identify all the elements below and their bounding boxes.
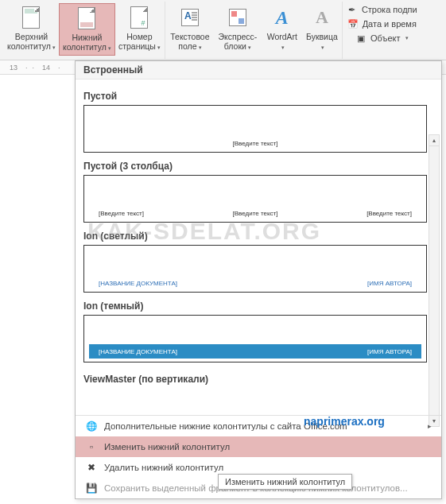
dropcap-button[interactable]: A Буквица▾ (303, 3, 341, 54)
placeholder-doc: [НАЗВАНИЕ ДОКУМЕНТА] (99, 280, 177, 287)
signature-icon: ✒ (346, 3, 359, 16)
chevron-down-icon: ▾ (108, 45, 111, 51)
express-label2: блоки (224, 41, 246, 51)
chevron-down-icon: ▾ (321, 45, 324, 50)
ribbon: Верхнийколонтитул▾ Нижнийколонтитул▾ Ном… (0, 0, 446, 60)
tooltip: Изменить нижний колонтитул (218, 474, 352, 490)
header-button[interactable]: Верхнийколонтитул▾ (4, 3, 59, 56)
delete-icon: ✖ (85, 461, 98, 474)
signature-label: Строка подпи (362, 5, 417, 14)
placeholder-text: [Введите текст] (366, 210, 412, 217)
gallery-section-title-empty: Пустой (83, 91, 427, 102)
placeholder-text: [Введите текст] (99, 210, 144, 217)
quickparts-icon (225, 5, 250, 30)
object-label: Объект (370, 33, 400, 43)
chevron-down-icon: ▾ (281, 45, 285, 50)
wordart-label1: WordArt (267, 32, 297, 41)
save-icon: 💾 (85, 482, 98, 494)
calendar-icon: 📅 (347, 17, 359, 30)
object-icon: ▣ (355, 32, 367, 45)
gallery-header: Встроенный (76, 61, 441, 79)
wordart-icon: A (270, 5, 295, 30)
placeholder-author: [ИМЯ АВТОРА] (367, 348, 412, 355)
pagenumber-icon (126, 5, 152, 30)
placeholder-author: [ИМЯ АВТОРА] (367, 280, 412, 287)
header-icon (18, 5, 44, 30)
gallery-item-empty3[interactable]: [Введите текст] [Введите текст] [Введите… (83, 175, 427, 223)
datetime-label: Дата и время (363, 19, 417, 29)
ribbon-group-headerfooter: Верхнийколонтитул▾ Нижнийколонтитул▾ Ном… (3, 2, 165, 59)
chevron-down-icon: ▾ (52, 45, 56, 50)
gallery-section-title-ionlight: Ion (светлый) (83, 231, 427, 242)
page-icon: ▫ (85, 440, 98, 453)
office-icon: 🌐 (85, 420, 98, 432)
gallery-section-title-iondark: Ion (темный) (83, 300, 427, 312)
chevron-down-icon: ▾ (248, 45, 251, 50)
express-label1: Экспресс- (218, 32, 257, 41)
pagenum-label1: Номер (126, 32, 152, 41)
scroll-up-icon[interactable]: ▴ (429, 135, 439, 146)
scrollbar[interactable]: ▴ ▾ (429, 134, 440, 427)
gallery-item-ionlight[interactable]: [НАЗВАНИЕ ДОКУМЕНТА] [ИМЯ АВТОРА] (83, 245, 427, 293)
more-footers-label: Дополнительные нижние колонтитулы с сайт… (104, 421, 347, 431)
placeholder-text: [Введите текст] (233, 210, 278, 217)
chevron-right-icon: ▸ (428, 422, 432, 430)
gallery-section-title-viewmaster: ViewMaster (по вертикали) (83, 374, 427, 385)
ruler-tick: 14 (39, 64, 53, 72)
placeholder-doc: [НАЗВАНИЕ ДОКУМЕНТА] (99, 348, 177, 355)
datetime-button[interactable]: 📅 Дата и время (347, 17, 417, 30)
gallery-section-title-empty3: Пустой (3 столбца) (83, 161, 427, 172)
textbox-button[interactable]: Текстовоеполе▾ (166, 3, 214, 54)
footer-label2: колонтитул (63, 42, 107, 52)
footer-label1: Нижний (72, 33, 102, 42)
edit-footer-label: Изменить нижний колонтитул (104, 442, 230, 452)
textbox-icon (177, 5, 203, 30)
gallery-item-iondark[interactable]: [НАЗВАНИЕ ДОКУМЕНТА] [ИМЯ АВТОРА] (83, 315, 427, 362)
textbox-label1: Текстовое (170, 32, 209, 41)
footer-icon (74, 6, 99, 31)
gallery-item-empty[interactable]: [Введите текст] (83, 105, 427, 153)
pagenumber-button[interactable]: Номерстраницы▾ (115, 3, 164, 56)
chevron-down-icon: ▾ (405, 35, 409, 41)
chevron-down-icon: ▾ (157, 45, 161, 50)
chevron-down-icon: ▾ (199, 45, 202, 50)
remove-footer-label: Удалить нижний колонтитул (104, 463, 223, 472)
ribbon-group-insert-side: ✒ Строка подпи 📅 Дата и время ▣ Объект▾ (343, 2, 421, 59)
dropcap-icon: A (309, 5, 335, 30)
footer-button[interactable]: Нижнийколонтитул▾ (59, 3, 115, 56)
header-label2: колонтитул (7, 41, 51, 51)
ribbon-group-text: Текстовоеполе▾ Экспресс-блоки▾ A WordArt… (165, 2, 343, 59)
header-label1: Верхний (15, 32, 48, 41)
signature-line-button[interactable]: ✒ Строка подпи (346, 3, 417, 16)
quickparts-button[interactable]: Экспресс-блоки▾ (214, 3, 262, 54)
footer-gallery-dropdown: Встроенный Пустой [Введите текст] Пустой… (75, 60, 442, 499)
wordart-button[interactable]: A WordArt▾ (262, 3, 303, 54)
dropcap-label1: Буквица (306, 32, 338, 41)
ruler-tick: 13 (6, 64, 21, 72)
pagenum-label2: страницы (118, 41, 156, 51)
gallery-body: Пустой [Введите текст] Пустой (3 столбца… (76, 79, 441, 415)
object-button[interactable]: ▣ Объект▾ (355, 32, 408, 45)
edit-footer-button[interactable]: ▫ Изменить нижний колонтитул (76, 436, 441, 457)
more-footers-button[interactable]: 🌐 Дополнительные нижние колонтитулы с са… (76, 416, 441, 436)
textbox-label2: поле (178, 41, 196, 51)
placeholder-text: [Введите текст] (233, 140, 278, 147)
